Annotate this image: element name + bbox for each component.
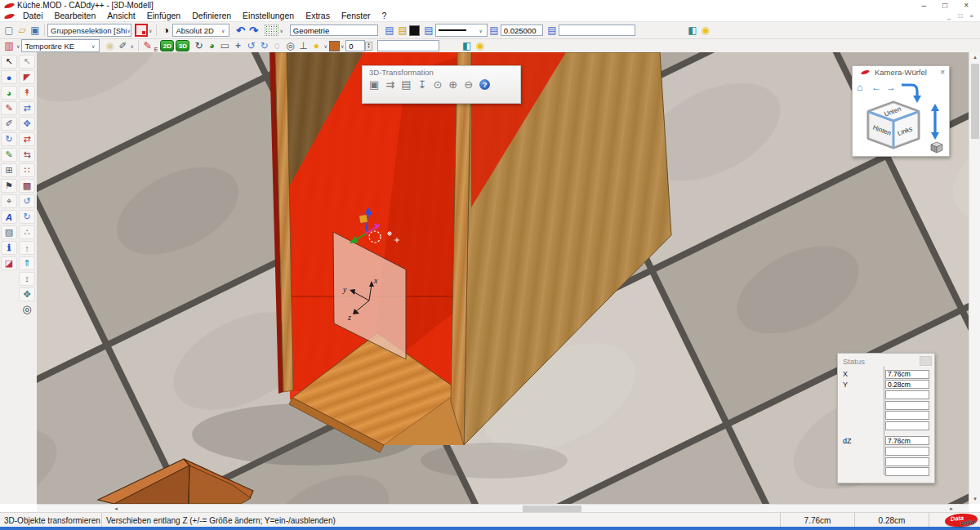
menu-bearbeiten[interactable]: Bearbeiten <box>49 11 102 21</box>
value-field[interactable] <box>885 467 929 476</box>
mdi-restore-button[interactable]: □ <box>958 12 962 20</box>
geometry-name-input[interactable] <box>290 24 378 36</box>
rotate-ccw-icon[interactable]: ↺ <box>244 40 257 52</box>
pan-hand-icon[interactable]: + <box>231 40 244 52</box>
menu-extras[interactable]: Extras <box>300 11 336 21</box>
maximize-button[interactable]: □ <box>942 0 947 11</box>
small-cube-icon[interactable] <box>931 142 942 153</box>
dot-grid-icon[interactable]: ∷ <box>19 163 35 177</box>
arrows-mixed-icon[interactable]: ⇆ <box>19 148 35 162</box>
orbit-sphere-icon[interactable]: ◑ <box>159 24 172 37</box>
rotate-view-icon[interactable]: ↻ <box>192 40 205 52</box>
arrow-up-outline-icon[interactable]: ↑ <box>19 241 35 255</box>
camera-cube[interactable]: ⌂ ← → Unten Hinten Links <box>853 78 947 154</box>
rotate-left-icon[interactable]: ← <box>871 82 881 93</box>
rotate-ccw-icon[interactable]: ↺ <box>19 194 35 208</box>
menu-einstellungen[interactable]: Einstellungen <box>237 11 300 21</box>
rectangle-select-icon[interactable] <box>135 24 148 37</box>
panel-button[interactable] <box>920 356 932 366</box>
draw-lines-icon[interactable]: ✐ <box>1 117 17 131</box>
material-palette-icon[interactable]: ◧ <box>686 24 699 37</box>
redo-icon[interactable]: ↷ <box>247 24 260 37</box>
value-field[interactable] <box>885 401 929 410</box>
transform-solid-icon[interactable]: ▣ <box>369 79 379 90</box>
zoom-sphere-icon[interactable]: ● <box>1 70 17 84</box>
layer-icon[interactable]: ▤ <box>546 24 559 37</box>
save-icon[interactable]: ▣ <box>29 24 42 37</box>
cursor-arrow-icon[interactable]: ↖ <box>19 55 35 69</box>
menu-einfuegen[interactable]: Einfügen <box>141 11 186 21</box>
undo-icon[interactable]: ↶ <box>234 24 247 37</box>
menu-hilfe[interactable]: ? <box>376 11 393 21</box>
arrow-up-solid-icon[interactable]: ⇑ <box>19 256 35 270</box>
layer-visibility-icon[interactable]: ▤ <box>396 24 409 37</box>
layer-icon[interactable]: ▤ <box>488 24 501 37</box>
transform-align-icon[interactable]: ▤ <box>401 79 411 90</box>
layer-icon[interactable]: ▤ <box>422 24 435 37</box>
badge-2d[interactable]: 2D <box>160 40 174 51</box>
mdi-close-button[interactable]: × <box>969 12 973 20</box>
open-folder-icon[interactable]: ▱ <box>16 24 29 37</box>
help-icon[interactable]: ? <box>479 79 490 90</box>
menu-ansicht[interactable]: Ansicht <box>101 11 140 21</box>
selection-mode-dropdown[interactable]: Gruppenselektion [Shi ∨ <box>47 24 131 37</box>
annotate-pen-icon[interactable]: ✎ <box>1 148 17 162</box>
menu-datei[interactable]: Datei <box>17 11 49 21</box>
rotate-object-icon[interactable]: ↻ <box>1 132 17 146</box>
face-color-swatch[interactable] <box>329 41 340 51</box>
horizontal-scroll-thumb[interactable] <box>523 506 581 512</box>
mdi-minimize-button[interactable]: _ <box>947 12 951 20</box>
menu-fenster[interactable]: Fenster <box>336 11 376 21</box>
value-input[interactable] <box>377 40 439 51</box>
menu-definieren[interactable]: Definieren <box>186 11 237 21</box>
value-field[interactable] <box>885 390 929 399</box>
badge-3d[interactable]: 3D <box>176 40 189 51</box>
3d-viewport[interactable]: x y z <box>37 52 969 504</box>
move-horizontal-icon[interactable]: ⇄ <box>19 101 35 115</box>
y-value-field[interactable] <box>885 380 929 389</box>
transform-drop-icon[interactable]: ↧ <box>418 79 427 90</box>
angle-stepper[interactable]: ▲ ▼ <box>345 40 372 51</box>
close-icon[interactable]: × <box>940 68 945 77</box>
scroll-down-icon[interactable]: ▾ <box>969 494 980 504</box>
line-color-swatch[interactable] <box>409 25 420 36</box>
material-palette-icon[interactable]: ◧ <box>461 40 474 52</box>
ortho-tsquare-icon[interactable]: ⊥ <box>296 40 310 52</box>
minimize-button[interactable]: – <box>922 0 927 11</box>
dz-value-field[interactable] <box>885 436 929 445</box>
info-tool-icon[interactable]: ℹ <box>1 241 17 255</box>
chevron-down-icon[interactable]: ∨ <box>279 28 283 33</box>
layer-icon[interactable]: ▤ <box>383 24 396 37</box>
chevron-down-icon[interactable]: ∨ <box>323 43 327 49</box>
value-field[interactable] <box>885 421 929 430</box>
value-field[interactable] <box>885 457 929 466</box>
zoom-out-icon[interactable]: ⊖ <box>464 79 473 90</box>
home-view-icon[interactable]: ⌂ <box>857 82 862 93</box>
close-button[interactable]: × <box>964 0 969 11</box>
point-grid-icon[interactable]: ⊞ <box>1 163 17 177</box>
view-eye-icon[interactable]: ⊙ <box>433 79 442 90</box>
move-red-icon[interactable]: ◤ <box>19 70 35 84</box>
transform-move-icon[interactable]: ⇉ <box>385 79 394 90</box>
pencil-arrow-icon[interactable]: ✐ <box>116 40 129 52</box>
hatch-tool-icon[interactable]: ▨ <box>1 225 17 239</box>
pen-width-input[interactable] <box>501 24 543 36</box>
new-file-icon[interactable]: ▢ <box>2 24 16 37</box>
spinner-down-icon[interactable]: ▼ <box>366 46 371 50</box>
chevron-down-icon[interactable]: ∨ <box>130 43 133 49</box>
coordinate-mode-dropdown[interactable]: Absolut 2D ∨ <box>172 24 229 37</box>
vertical-scroll-thumb[interactable] <box>971 64 979 139</box>
line-style-dropdown[interactable]: ∨ <box>435 24 488 37</box>
scatter-points-icon[interactable]: ∴ <box>19 225 35 239</box>
select-flag-icon[interactable]: ⚑ <box>1 179 17 193</box>
rotate-cw-icon[interactable]: ↻ <box>257 40 270 52</box>
chevron-down-icon[interactable]: ∨ <box>16 43 20 49</box>
chevron-down-icon[interactable]: ∨ <box>341 43 344 49</box>
move-vertical-icon[interactable]: ↕ <box>19 272 35 286</box>
scroll-up-icon[interactable]: ▴ <box>969 52 980 62</box>
zoom-fit-icon[interactable]: ◎ <box>283 40 296 52</box>
pen-red-icon[interactable]: ✎ <box>141 40 154 52</box>
rotate-cw-icon[interactable]: ↻ <box>19 210 35 224</box>
vertical-scrollbar[interactable]: ▴ ▾ <box>969 52 980 504</box>
value-field[interactable] <box>885 447 929 456</box>
